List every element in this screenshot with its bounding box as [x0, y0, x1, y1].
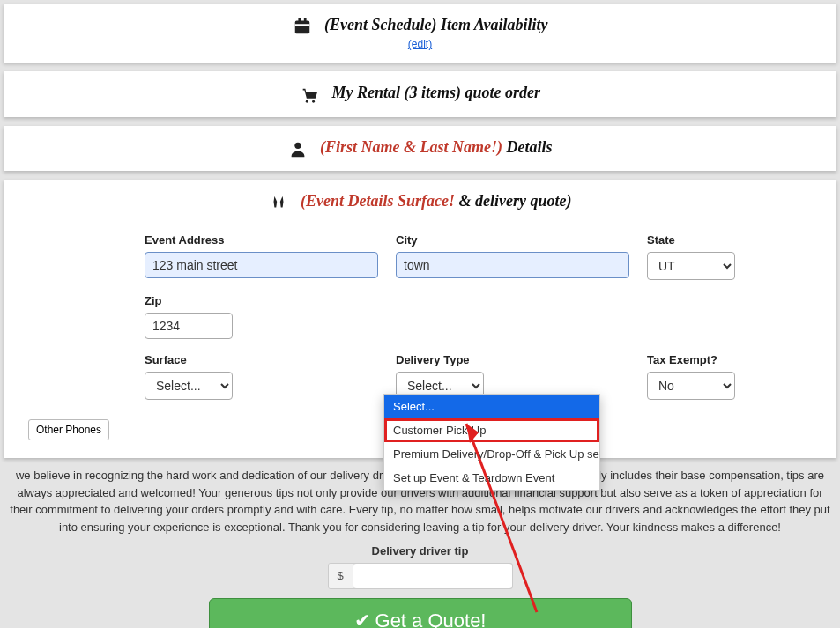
rental-title-prefix: My Rental: [331, 84, 404, 101]
customer-panel: (First Name & Last Name!) Details: [4, 126, 836, 171]
surface-select[interactable]: Select...: [145, 372, 233, 400]
event-title-rest: & delivery quote): [455, 192, 571, 210]
delivery-option-select[interactable]: Select...: [384, 395, 599, 418]
surface-label: Surface: [145, 353, 378, 366]
svg-rect-3: [294, 25, 309, 26]
city-label: City: [396, 233, 629, 247]
state-label: State: [647, 233, 777, 247]
zip-input[interactable]: [145, 313, 233, 339]
svg-point-4: [306, 100, 308, 102]
event-form-body: Event Address City State UT Zip: [4, 225, 836, 458]
svg-rect-1: [298, 18, 301, 23]
availability-title-prefix: (Event Schedule): [324, 16, 437, 33]
state-select[interactable]: UT: [647, 252, 735, 280]
calendar-icon: [293, 16, 312, 36]
other-phones-button[interactable]: Other Phones: [28, 419, 109, 440]
address-input[interactable]: [145, 252, 378, 278]
cheers-icon: [269, 192, 288, 212]
tip-input[interactable]: [353, 564, 512, 588]
event-title-prefix: (Event Details Surface!: [301, 192, 455, 210]
event-panel: (Event Details Surface! & delivery quote…: [4, 180, 836, 458]
quote-button-label: Get a Quote!: [375, 610, 487, 628]
customer-title-prefix: (First Name & Last Name!): [320, 138, 502, 156]
tip-input-group: $: [328, 563, 513, 589]
availability-title-rest: Item Availability: [437, 16, 548, 33]
user-icon: [288, 138, 308, 159]
delivery-option-pickup[interactable]: Customer Pick-Up: [384, 418, 599, 442]
customer-title-rest: Details: [502, 138, 553, 156]
edit-link[interactable]: (edit): [11, 38, 829, 50]
cart-icon: [300, 85, 319, 105]
city-input[interactable]: [396, 252, 629, 278]
get-quote-button[interactable]: ✔Get a Quote!: [209, 598, 632, 628]
availability-header: (Event Schedule) Item Availability (edit…: [4, 4, 836, 63]
svg-rect-0: [294, 21, 309, 34]
event-header: (Event Details Surface! & delivery quote…: [4, 180, 836, 225]
tax-label: Tax Exempt?: [647, 353, 777, 366]
rental-title-rest: quote order: [461, 84, 540, 101]
rental-panel: My Rental (3 items) quote order: [4, 71, 836, 116]
tax-select[interactable]: No: [647, 372, 735, 400]
currency-symbol: $: [329, 564, 353, 588]
zip-label: Zip: [145, 294, 378, 307]
delivery-option-setup[interactable]: Set up Event & Teardown Event: [384, 466, 599, 490]
delivery-option-premium[interactable]: Premium Delivery/Drop-Off & Pick Up serv…: [384, 442, 599, 466]
rental-header[interactable]: My Rental (3 items) quote order: [4, 71, 836, 116]
address-label: Event Address: [145, 233, 378, 247]
check-icon: ✔: [354, 610, 370, 628]
customer-header[interactable]: (First Name & Last Name!) Details: [4, 126, 836, 171]
svg-point-5: [312, 100, 315, 102]
delivery-label: Delivery Type: [396, 353, 629, 366]
tip-label: Delivery driver tip: [0, 544, 840, 558]
svg-rect-2: [303, 18, 306, 23]
availability-panel: (Event Schedule) Item Availability (edit…: [4, 4, 836, 63]
svg-point-6: [294, 143, 301, 149]
delivery-dropdown-list: Select... Customer Pick-Up Premium Deliv…: [383, 394, 600, 491]
rental-title-count: (3 items): [405, 84, 462, 101]
